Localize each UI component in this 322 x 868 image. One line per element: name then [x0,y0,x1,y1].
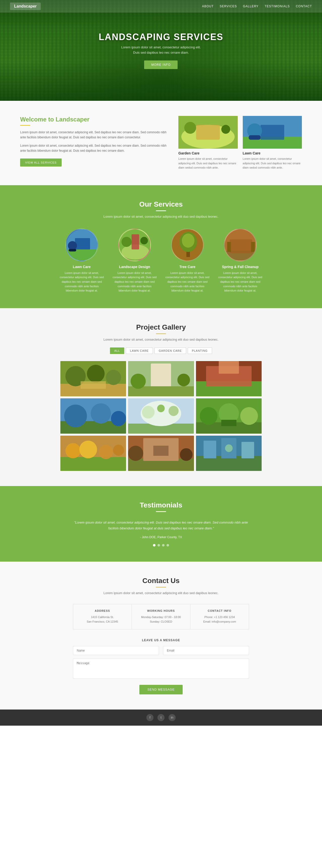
testimonials-underline [156,511,166,512]
nav-links: ABOUT SERVICES GALLERY TESTIMONIALS CONT… [202,4,312,8]
testimonial-dot-3[interactable] [162,544,165,547]
gallery-item-9[interactable] [196,436,262,471]
contact-underline [156,587,166,588]
svg-rect-75 [204,440,216,458]
garden-care-image [178,116,238,149]
service-circle-landscape [118,228,151,261]
filter-lawn-care[interactable]: LAWN CARE [126,347,153,354]
message-textarea[interactable] [73,659,249,679]
svg-point-13 [68,241,77,250]
contact-info-col: CONTACT INFO Phone: +1 123 456 1234 Emai… [190,604,249,629]
svg-point-39 [177,374,190,386]
svg-point-47 [91,403,111,423]
nav-testimonials[interactable]: TESTIMONIALS [265,4,290,8]
nav-contact[interactable]: CONTACT [296,4,312,8]
gallery-grid [60,361,262,471]
contact-hours-col: WORKING HOURS Monday-Saturday: 07:00 - 1… [132,604,190,629]
twitter-icon[interactable]: t [157,714,165,721]
filter-all[interactable]: ALL [110,347,124,354]
hero-content: LANDSCAPING SERVICES Lorem ipsum dolor s… [99,32,223,69]
gallery-heading: Project Gallery [20,323,302,331]
welcome-right: Garden Care Lorem ipsum dolor sit amet, … [178,116,302,170]
gallery-section: Project Gallery Lorem ipsum dolor sit am… [0,308,322,486]
hero-section: LANDSCAPING SERVICES Lorem ipsum dolor s… [0,0,322,101]
testimonial-dot-2[interactable] [157,544,160,547]
gallery-item-2[interactable] [128,361,194,396]
svg-point-53 [169,406,179,416]
gallery-item-6[interactable] [196,398,262,434]
hours-label: WORKING HOURS [137,609,185,612]
view-all-services-button[interactable]: VIEW ALL SERVICES [20,158,62,166]
svg-point-65 [99,445,113,459]
services-grid: Lawn Care Lorem ipsum dolor sit amet, co… [20,228,302,293]
svg-point-38 [131,374,146,389]
lawn-care-image [243,116,302,149]
form-label: LEAVE US A MESSAGE [73,639,249,642]
svg-rect-77 [242,442,254,458]
filter-garden-care[interactable]: GARDEN CARE [154,347,186,354]
service-item-tree: Tree Care Lorem ipsum dolor sit amet, co… [165,228,210,293]
testimonial-dot-1[interactable] [153,544,155,547]
service-text-lawn: Lorem ipsum dolor sit amet, consectetur … [59,271,104,293]
svg-rect-62 [60,457,126,471]
form-name-email-row [73,646,249,655]
welcome-left: Welcome to Landscaper Lorem ipsum dolor … [20,116,168,166]
nav-services[interactable]: SERVICES [220,4,237,8]
lawn-care-text: Lorem ipsum dolor sit amet, consectetur … [243,157,302,170]
svg-point-66 [113,445,124,456]
svg-point-71 [180,448,192,461]
gallery-item-8[interactable] [128,436,194,471]
gallery-underline [156,333,166,334]
hero-subtitle: Lorem ipsum dolor sit amet, consectetur … [99,45,223,56]
welcome-card-garden: Garden Care Lorem ipsum dolor sit amet, … [178,116,238,170]
service-circle-lawn [65,228,98,261]
lawn-care-title: Lawn Care [243,151,302,155]
gallery-item-1[interactable] [60,361,126,396]
footer: f t in [0,710,322,726]
svg-point-48 [111,411,126,426]
gallery-item-3[interactable] [196,361,262,396]
services-section: Our Services Lorem ipsum dolor sit amet,… [0,185,322,308]
email-input[interactable] [163,646,249,655]
welcome-card-lawn: Lawn Care Lorem ipsum dolor sit amet, co… [243,116,302,170]
services-subtitle: Lorem ipsum dolor sit amet, consectetur … [20,215,302,218]
name-input[interactable] [73,646,159,655]
svg-point-63 [65,443,80,458]
service-title-spring: Spring & Fall Cleanup [218,265,263,269]
service-item-lawn: Lawn Care Lorem ipsum dolor sit amet, co… [59,228,104,293]
contact-form: LEAVE US A MESSAGE SEND MESSAGE [73,639,249,694]
nav-about[interactable]: ABOUT [202,4,214,8]
facebook-icon[interactable]: f [146,714,153,721]
svg-point-4 [221,125,230,134]
gallery-item-4[interactable] [60,398,126,434]
svg-rect-2 [196,125,220,140]
testimonial-dot-4[interactable] [167,544,169,547]
svg-rect-34 [80,381,106,389]
svg-rect-43 [219,361,239,374]
svg-point-18 [121,237,132,247]
filter-planting[interactable]: PLANTING [188,347,212,354]
welcome-underline [20,125,30,126]
services-underline [156,210,166,211]
hero-cta-button[interactable]: MORE INFO [144,60,178,69]
send-message-button[interactable]: SEND MESSAGE [139,685,183,694]
nav-logo[interactable]: Landscaper [10,2,41,10]
svg-point-59 [240,407,258,425]
nav-gallery[interactable]: GALLERY [243,4,259,8]
svg-rect-28 [251,242,255,252]
contact-subtitle: Lorem ipsum dolor sit amet, consectetur … [20,591,302,595]
garden-care-title: Garden Care [178,151,238,155]
svg-point-46 [64,405,87,427]
gallery-item-7[interactable] [60,436,126,471]
contact-section: Contact Us Lorem ipsum dolor sit amet, c… [0,562,322,710]
linkedin-icon[interactable]: in [169,714,176,721]
service-title-tree: Tree Care [165,265,210,269]
contact-info-label: CONTACT INFO [195,609,244,612]
service-item-landscape: Landscape Design Lorem ipsum dolor sit a… [112,228,157,293]
svg-rect-14 [69,249,76,251]
testimonial-quote: "Lorem ipsum dolor sit amet, consectetur… [73,520,249,531]
svg-rect-12 [75,238,90,249]
svg-point-3 [184,122,196,134]
svg-rect-26 [230,239,252,253]
gallery-item-5[interactable] [128,398,194,434]
